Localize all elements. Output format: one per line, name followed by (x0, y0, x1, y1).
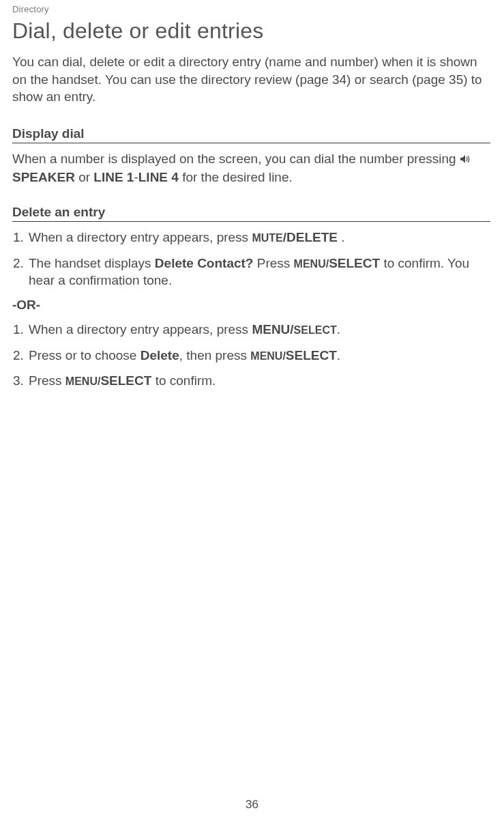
menu-select-key-label: MENU/SELECT (252, 322, 336, 337)
text-fragment: for the desired line. (179, 170, 293, 184)
menu-select-key-label: MENU/SELECT (250, 348, 337, 362)
delete-label: Delete (140, 348, 179, 362)
line4-key-label: LINE 4 (138, 170, 179, 184)
text-fragment: . (337, 348, 340, 362)
text-fragment: Press (253, 256, 293, 270)
steps-list-b: When a directory entry appears, press ME… (12, 321, 490, 390)
section-heading-display-dial: Display dial (12, 126, 490, 143)
or-divider: -OR- (12, 298, 490, 313)
text-fragment: . (338, 230, 345, 244)
text-fragment: The handset displays (29, 256, 155, 270)
breadcrumb: Directory (12, 4, 490, 14)
steps-list-a: When a directory entry appears, press MU… (12, 229, 490, 289)
line1-key-label: LINE 1 (93, 170, 134, 184)
page-title: Dial, delete or edit entries (12, 18, 490, 44)
text-fragment: . (337, 322, 340, 337)
menu-select-key-label: MENU/SELECT (65, 373, 152, 388)
list-item: Press MENU/SELECT to confirm. (27, 372, 490, 390)
text-fragment: Press (29, 373, 65, 388)
page-number: 36 (0, 798, 504, 812)
list-item: Press or to choose Delete, then press ME… (27, 347, 490, 365)
mute-key-label: MUTE/DELETE (252, 230, 338, 244)
list-item: The handset displays Delete Contact? Pre… (27, 255, 490, 289)
list-item: When a directory entry appears, press MU… (27, 229, 490, 246)
section-heading-delete-entry: Delete an entry (12, 205, 490, 222)
speaker-key-label: SPEAKER (12, 170, 75, 184)
delete-contact-label: Delete Contact? (155, 256, 254, 270)
menu-select-key-label: MENU/SELECT (294, 256, 381, 270)
text-fragment: to confirm. (151, 373, 216, 388)
text-fragment: or (75, 170, 93, 184)
intro-paragraph: You can dial, delete or edit a directory… (12, 53, 490, 106)
text-fragment: Press or to choose (29, 348, 140, 362)
manual-page: Directory Dial, delete or edit entries Y… (0, 0, 504, 828)
speaker-icon (460, 151, 471, 169)
text-fragment: When a directory entry appears, press (29, 230, 252, 244)
text-fragment: , then press (179, 348, 251, 362)
display-dial-body: When a number is displayed on the screen… (12, 150, 490, 186)
text-fragment: When a directory entry appears, press (29, 322, 252, 337)
list-item: When a directory entry appears, press ME… (27, 321, 490, 339)
text-fragment: When a number is displayed on the screen… (12, 152, 460, 166)
